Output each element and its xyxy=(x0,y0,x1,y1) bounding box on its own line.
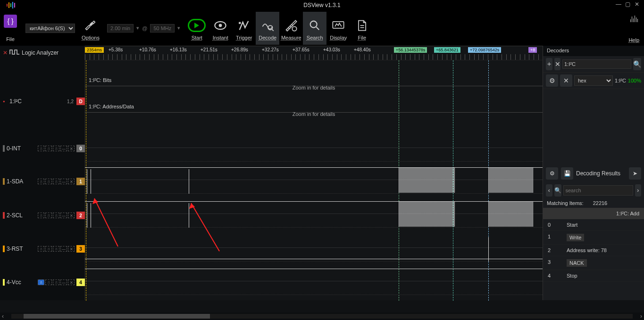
channel-3-rst[interactable]: 3-RST ⎍⎍⎍—⨯ 3 xyxy=(0,245,85,253)
analyzer-row[interactable]: ✕ Logic Analyzer xyxy=(0,49,85,57)
cursor-time-marker[interactable]: 2354ms xyxy=(85,47,104,53)
results-locate-button[interactable]: ➤ xyxy=(629,167,641,180)
signal-row-2 xyxy=(85,199,543,228)
channel-1-sda[interactable]: 1-SDA ⎍⎍⎍—⨯ 1 xyxy=(0,178,85,185)
time-marker[interactable]: +65.843621 xyxy=(434,47,460,53)
decoder-protocol-input[interactable] xyxy=(562,59,631,69)
trigger-edges[interactable]: ⎍⎍⎍—⨯ xyxy=(38,279,75,285)
results-save-button[interactable]: 💾 xyxy=(561,167,573,180)
channel-number: 4 xyxy=(76,279,85,286)
time-ruler[interactable]: 2354ms +5.38s +10.76s +16.13s +21.51s +2… xyxy=(85,46,543,60)
close-icon[interactable]: ✕ xyxy=(3,49,8,56)
minimize-button[interactable]: — xyxy=(616,1,622,8)
signal-row-0 xyxy=(85,133,543,162)
help-menu[interactable]: Help xyxy=(628,16,639,43)
result-row[interactable]: 4Stop xyxy=(543,270,644,282)
add-decoder-button[interactable]: ＋ xyxy=(546,58,552,70)
measure-button[interactable]: Measure xyxy=(279,12,303,45)
decoder-close-button[interactable]: ✕ xyxy=(560,74,572,87)
channel-i2c[interactable]: ▪ 1:I²C 1,2 D xyxy=(0,98,85,105)
format-select[interactable]: hex xyxy=(574,75,613,86)
window-title: DSView v1.3.1 xyxy=(303,2,341,8)
result-row[interactable]: 2Address write: 78 xyxy=(543,245,644,256)
results-settings-button[interactable]: ⚙ xyxy=(546,167,558,180)
channel-column: ✕ Logic Analyzer ▪ 1:I²C 1,2 D 0-INT ⎍⎍⎍… xyxy=(0,46,85,300)
trigger-edges[interactable]: ⎍⎍⎍—⨯ xyxy=(38,213,75,218)
search-decoder-button[interactable]: 🔍 xyxy=(633,58,641,70)
signal-row-4 xyxy=(85,267,543,295)
file-export-button[interactable]: File xyxy=(350,12,374,45)
results-header: ⚙ 💾 Decoding Results ➤ xyxy=(543,164,644,182)
svg-point-4 xyxy=(310,21,317,27)
result-row[interactable]: 3NACK xyxy=(543,256,644,270)
trigger-icon xyxy=(237,16,251,35)
ruler-scale xyxy=(85,54,543,60)
main-area: ✕ Logic Analyzer ▪ 1:I²C 1,2 D 0-INT ⎍⎍⎍… xyxy=(0,46,644,300)
svg-point-1 xyxy=(219,24,222,26)
time-marker[interactable]: +72.09876542s xyxy=(468,47,501,53)
decode-icon xyxy=(261,16,274,35)
play-icon xyxy=(188,19,206,32)
search-results-icon: 🔍 xyxy=(554,184,561,197)
maximize-button[interactable]: ▢ xyxy=(625,1,632,8)
horizontal-scrollbar[interactable]: ‹ › xyxy=(0,312,644,320)
square-wave-icon xyxy=(9,49,20,57)
close-button[interactable]: ✕ xyxy=(635,1,641,8)
acquisition-config: 2.00 min ▾ @ 50 MHz ▾ xyxy=(107,24,180,33)
app-logo xyxy=(4,1,18,9)
channel-0-int[interactable]: 0-INT ⎍⎍⎍—⨯ 0 xyxy=(0,145,85,152)
channel-indicator: D xyxy=(76,98,85,105)
sidebar-title: Decoders xyxy=(543,46,644,56)
channel-number: 2 xyxy=(76,212,85,219)
time-marker[interactable]: +56.13445378s xyxy=(394,47,427,53)
title-bar: DSView v1.3.1 — ▢ ✕ xyxy=(0,0,644,10)
result-row[interactable]: 0Start xyxy=(543,219,644,231)
waveform-view[interactable]: 2354ms +5.38s +10.76s +16.13s +21.51s +2… xyxy=(85,46,543,300)
trigger-edges[interactable]: ⎍⎍⎍—⨯ xyxy=(38,179,75,184)
decoders-sidebar: Decoders ＋ ✕ 🔍 ⚙ ✕ hex 1:I²C 100% ⚙ 💾 De… xyxy=(543,46,644,300)
decoder-settings-button[interactable]: ⚙ xyxy=(546,74,558,87)
wrench-icon xyxy=(84,16,97,35)
start-button[interactable]: Start xyxy=(185,12,209,45)
help-logo xyxy=(630,16,638,24)
device-select[interactable]: китАйфон 6(S) xyxy=(25,24,75,33)
trigger-edges[interactable]: ⎍⎍⎍—⨯ xyxy=(38,146,75,151)
time-marker[interactable]: +8 xyxy=(528,47,537,53)
trigger-button[interactable]: Trigger xyxy=(232,12,256,45)
file-icon: { } xyxy=(4,15,17,28)
results-column-header[interactable]: 1:I²C: Add xyxy=(543,208,644,219)
main-toolbar: { } File китАйфон 6(S) Options 2.00 min … xyxy=(0,10,644,46)
results-search-input[interactable] xyxy=(563,185,633,196)
result-row[interactable]: 1Write xyxy=(543,231,644,245)
trigger-edges[interactable]: ⎍⎍⎍—⨯ xyxy=(38,246,75,252)
measure-icon xyxy=(284,16,298,35)
channel-2-scl[interactable]: 2-SCL ⎍⎍⎍—⨯ 2 xyxy=(0,212,85,219)
results-list[interactable]: 0Start 1Write 2Address write: 78 3NACK 4… xyxy=(543,219,644,282)
samplerate-input[interactable]: 50 MHz xyxy=(150,24,175,33)
channel-number: 3 xyxy=(76,245,85,253)
search-button[interactable]: Search xyxy=(303,12,326,45)
close-icon[interactable]: ▪ xyxy=(3,98,8,105)
prev-result-button[interactable]: ‹ xyxy=(546,184,552,197)
display-icon xyxy=(332,16,345,35)
signal-row-1 xyxy=(85,165,543,194)
remove-decoder-button[interactable]: ✕ xyxy=(554,58,560,70)
channel-number: 0 xyxy=(76,145,85,152)
decode-button[interactable]: Decode xyxy=(256,12,279,45)
channel-4-vcc[interactable]: 4-Vcc ⎍⎍⎍—⨯ 4 xyxy=(0,279,85,286)
decoder-row-bits: 1:I²C: Bits Zoom in for details xyxy=(85,77,543,83)
next-result-button[interactable]: › xyxy=(635,184,642,197)
svg-point-3 xyxy=(293,26,297,31)
display-button[interactable]: Display xyxy=(326,12,350,45)
options-button[interactable]: Options xyxy=(79,12,102,45)
decode-progress: 100% xyxy=(628,78,641,83)
search-icon xyxy=(308,16,321,35)
instant-button[interactable]: Instant xyxy=(209,12,232,45)
channel-number: 1 xyxy=(76,178,85,185)
signal-row-3 xyxy=(85,233,543,262)
scrollbar-thumb[interactable] xyxy=(24,314,210,319)
duration-input[interactable]: 2.00 min xyxy=(107,24,134,33)
file-menu[interactable]: { } File xyxy=(4,15,17,42)
decoder-row-addr: 1:I²C: Address/Data Zoom in for details xyxy=(85,104,543,109)
matching-count: Matching Items:22216 xyxy=(543,198,644,208)
